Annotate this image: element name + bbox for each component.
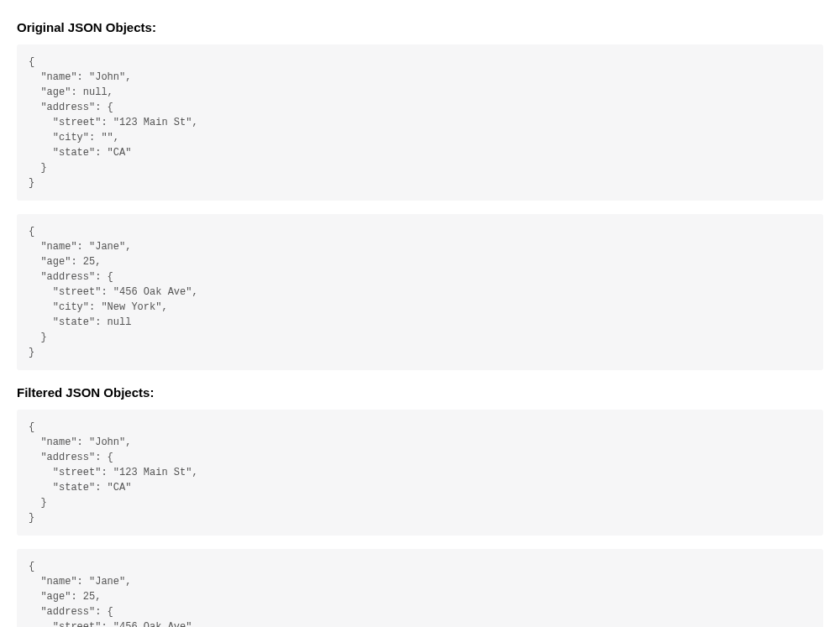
code-block-filtered-2: { "name": "Jane", "age": 25, "address": … — [17, 549, 823, 627]
heading-original: Original JSON Objects: — [17, 20, 823, 34]
code-block-original-1: { "name": "John", "age": null, "address"… — [17, 44, 823, 201]
code-block-original-2: { "name": "Jane", "age": 25, "address": … — [17, 214, 823, 370]
heading-filtered: Filtered JSON Objects: — [17, 385, 823, 400]
code-block-filtered-1: { "name": "John", "address": { "street":… — [17, 410, 823, 536]
